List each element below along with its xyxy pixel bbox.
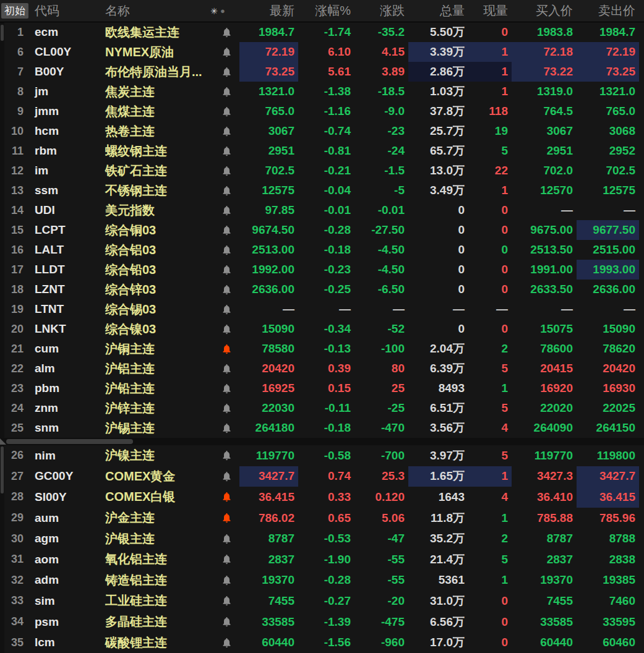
vertical-scrollbar-top[interactable]: [0, 22, 4, 438]
alert-bell-icon[interactable]: [213, 445, 239, 466]
table-row[interactable]: 25snm沪锡主连264180-0.18-4703.56万42640902641…: [0, 418, 644, 438]
instrument-name: COMEX白银: [99, 487, 213, 508]
table-row[interactable]: 26nim沪镍主连119770-0.58-7003.97万51197701198…: [0, 445, 644, 466]
bid-price: 7455: [512, 591, 577, 612]
table-row[interactable]: 10hcm热卷主连3067-0.74-2325.7万1930673068: [0, 121, 644, 141]
alert-bell-icon[interactable]: [213, 591, 239, 612]
latest-price: 8787: [239, 528, 298, 549]
vertical-scrollbar-top-thumb[interactable]: [1, 25, 4, 41]
table-row[interactable]: 16LALT综合铝032513.00-0.18-4.50002513.50251…: [0, 240, 644, 260]
table-row[interactable]: 17LLDT综合铅031992.00-0.23-4.50001991.00199…: [0, 260, 644, 280]
alert-bell-icon[interactable]: [213, 161, 239, 181]
alert-bell-icon[interactable]: [213, 612, 239, 633]
column-header-ask-price[interactable]: 卖出价: [577, 2, 639, 19]
change-value: 25: [354, 378, 408, 398]
table-row[interactable]: 7B00Y布伦特原油当月...73.255.613.892.86万173.227…: [0, 62, 644, 82]
alert-bell-icon[interactable]: [213, 280, 239, 299]
alert-bell-icon[interactable]: [213, 240, 239, 260]
alert-bell-icon[interactable]: [213, 299, 239, 319]
alert-bell-icon[interactable]: [213, 549, 239, 570]
table-row[interactable]: 6CL00YNYMEX原油72.196.104.153.39万172.1872.…: [0, 42, 644, 62]
alert-bell-icon[interactable]: [213, 141, 239, 161]
alert-bell-icon[interactable]: [213, 181, 239, 200]
alert-bell-icon[interactable]: [213, 487, 239, 508]
change-percent: -0.58: [298, 445, 354, 466]
table-row[interactable]: 11rbm螺纹钢主连2951-0.81-2465.7万529512952: [0, 141, 644, 161]
table-row[interactable]: 35lcm碳酸锂主连60440-1.56-96017.0万06044060460: [0, 632, 644, 653]
change-percent: 0.39: [298, 359, 354, 378]
alert-bell-icon[interactable]: [213, 632, 239, 653]
alert-bell-icon[interactable]: [213, 101, 239, 121]
table-row[interactable]: 30agm沪银主连8787-0.53-4735.2万287878788: [0, 528, 644, 549]
table-row[interactable]: 29aum沪金主连786.020.655.0611.8万1785.88785.9…: [0, 508, 644, 529]
alert-bell-icon[interactable]: [213, 82, 239, 101]
alert-bell-icon[interactable]: [213, 570, 239, 591]
table-row[interactable]: 19LTNT综合锡03———————: [0, 299, 644, 319]
alert-bell-icon[interactable]: [213, 42, 239, 62]
table-row[interactable]: 28SI00YCOMEX白银36.4150.330.1201643436.410…: [0, 487, 644, 508]
table-row[interactable]: 14UDI美元指数97.85-0.01-0.0100——: [0, 200, 644, 220]
alert-bell-icon[interactable]: [213, 508, 239, 529]
table-row[interactable]: 34psm多晶硅主连33585-1.39-4756.56万03358533595: [0, 612, 644, 633]
alert-bell-icon[interactable]: [213, 62, 239, 82]
table-row[interactable]: 8jm焦炭主连1321.0-1.38-18.51.03万11319.01321.…: [0, 82, 644, 101]
ask-price: 19385: [577, 570, 639, 591]
alert-bell-icon[interactable]: [213, 466, 239, 487]
table-row[interactable]: 22alm沪铝主连204200.39806.39万52041520420: [0, 359, 644, 378]
table-row[interactable]: 1ecm欧线集运主连1984.7-1.74-35.25.50万01983.819…: [0, 22, 644, 42]
change-percent: -0.11: [298, 398, 354, 418]
table-row[interactable]: 21cum沪铜主连78580-0.13-1002.04万27860078620: [0, 339, 644, 359]
alert-bell-icon[interactable]: [213, 260, 239, 280]
bid-price: 33585: [512, 612, 577, 633]
row-filler: [639, 319, 644, 339]
alert-bell-icon[interactable]: [213, 359, 239, 378]
change-value: -24: [354, 141, 408, 161]
table-row[interactable]: 15LCPT综合铜039674.50-0.28-27.50009675.0096…: [0, 220, 644, 240]
alert-bell-icon[interactable]: [213, 319, 239, 339]
change-percent: -0.21: [298, 161, 354, 181]
vertical-scrollbar-bottom[interactable]: [0, 445, 4, 653]
column-header-current-volume[interactable]: 现量: [468, 2, 512, 19]
alert-bell-icon[interactable]: [213, 528, 239, 549]
table-row[interactable]: 32adm铸造铝主连19370-0.28-55536111937019385: [0, 570, 644, 591]
column-header-bid-price[interactable]: 买入价: [512, 2, 577, 19]
table-row[interactable]: 9jmm焦煤主连765.0-1.16-9.037.8万118764.5765.0: [0, 101, 644, 121]
table-row[interactable]: 13ssm不锈钢主连12575-0.04-53.49万11257012575: [0, 181, 644, 200]
column-header-total-volume[interactable]: 总量: [408, 2, 468, 19]
bid-price: 8787: [512, 528, 577, 549]
alert-bell-icon[interactable]: [213, 121, 239, 141]
table-row[interactable]: 18LZNT综合锌032636.00-0.25-6.50002633.50263…: [0, 280, 644, 299]
table-row[interactable]: 33sim工业硅主连7455-0.27-2031.0万074557460: [0, 591, 644, 612]
column-header-change-percent[interactable]: 涨幅%: [298, 2, 354, 19]
change-value: -700: [354, 445, 408, 466]
alert-bell-icon[interactable]: [213, 220, 239, 240]
row-index: 13: [0, 181, 30, 200]
instrument-name: COMEX黄金: [99, 466, 213, 487]
column-header-change[interactable]: 涨跌: [354, 2, 408, 19]
instrument-code: agm: [30, 528, 99, 549]
horizontal-scrollbar-thumb[interactable]: [6, 439, 133, 444]
table-row[interactable]: 31aom氧化铝主连2837-1.90-5521.4万528372838: [0, 549, 644, 570]
instrument-code: adm: [30, 570, 99, 591]
alert-bell-icon[interactable]: [213, 22, 239, 42]
table-row[interactable]: 27GC00YCOMEX黄金3427.70.7425.31.65万13427.3…: [0, 466, 644, 487]
column-header-initial[interactable]: 初始: [0, 3, 30, 19]
bid-price: 60440: [512, 632, 577, 653]
alert-bell-icon[interactable]: [213, 200, 239, 220]
initial-button[interactable]: 初始: [1, 3, 28, 19]
alert-bell-icon[interactable]: [213, 418, 239, 438]
table-row[interactable]: 23pbm沪铅主连169250.1525849311692016930: [0, 378, 644, 398]
splitter-handle-icon[interactable]: [0, 438, 6, 445]
pane-splitter[interactable]: [0, 438, 644, 445]
column-header-code[interactable]: 代码: [30, 2, 99, 19]
row-filler: [639, 200, 644, 220]
alert-bell-icon[interactable]: [213, 339, 239, 359]
table-row[interactable]: 20LNKT综合镍0315090-0.34-52001507515090: [0, 319, 644, 339]
total-volume: 3.39万: [408, 42, 468, 62]
alert-bell-icon[interactable]: [213, 398, 239, 418]
column-header-latest[interactable]: 最新: [239, 2, 298, 19]
alert-bell-icon[interactable]: [213, 378, 239, 398]
table-row[interactable]: 12im铁矿石主连702.5-0.21-1.513.0万22702.0702.5: [0, 161, 644, 181]
table-row[interactable]: 24znm沪锌主连22030-0.11-256.51万52202022025: [0, 398, 644, 418]
vertical-scrollbar-bottom-thumb[interactable]: [1, 446, 4, 493]
